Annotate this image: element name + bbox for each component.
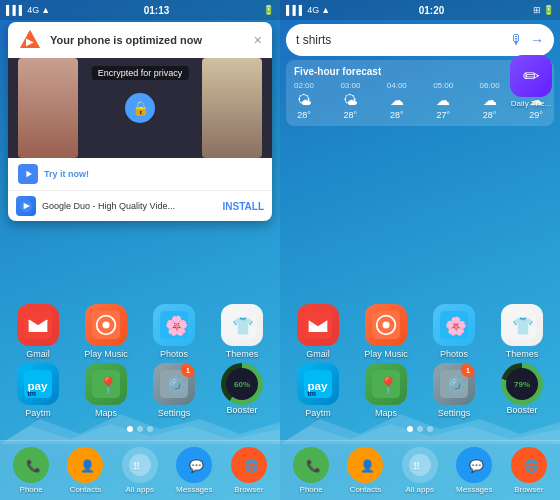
messages-dock-icon: 💬 xyxy=(176,447,212,483)
person-left xyxy=(18,58,78,158)
network-icon-r: 4G xyxy=(307,5,319,15)
right-booster-icon: 79% xyxy=(501,363,543,405)
left-dock-messages[interactable]: 💬 Messages xyxy=(176,447,212,494)
signal-icon: ▌▌▌ xyxy=(6,5,25,15)
contacts-dock-icon: 👤 xyxy=(67,447,103,483)
weather-icon-5: ☁ xyxy=(483,92,497,108)
svg-text:📍: 📍 xyxy=(98,375,119,396)
left-app-booster[interactable]: 60% Booster xyxy=(213,363,271,418)
right-app-paytm[interactable]: paytm Paytm xyxy=(289,363,347,418)
right-playmusic-icon xyxy=(365,304,407,346)
right-gmail-icon xyxy=(297,304,339,346)
booster-percent: 60% xyxy=(226,368,258,400)
weather-temp-5: 28° xyxy=(483,110,497,120)
right-messages-dock-label: Messages xyxy=(456,485,492,494)
network-icon: 4G xyxy=(27,5,39,15)
left-status-bar: ▌▌▌ 4G ▲ 01:13 🔋 xyxy=(0,0,280,20)
weather-slot-1: 02:00 🌤 28° xyxy=(294,81,314,120)
right-themes-label: Themes xyxy=(506,349,539,359)
maps-icon: 📍 xyxy=(85,363,127,405)
left-status-icons: ▌▌▌ 4G ▲ xyxy=(6,5,50,15)
right-app-booster[interactable]: 79% Booster xyxy=(493,363,551,418)
right-app-photos[interactable]: 🌸 Photos xyxy=(425,304,483,359)
svg-text:🌸: 🌸 xyxy=(445,315,467,337)
right-dock-allapps[interactable]: ⠿ All apps xyxy=(402,447,438,494)
svg-text:💬: 💬 xyxy=(469,458,484,473)
right-app-themes[interactable]: 👕 Themes xyxy=(493,304,551,359)
left-clock: 01:13 xyxy=(144,5,170,16)
right-dock-phone[interactable]: 📞 Phone xyxy=(293,447,329,494)
right-gmail-label: Gmail xyxy=(306,349,330,359)
left-app-maps[interactable]: 📍 Maps xyxy=(77,363,135,418)
left-app-gmail[interactable]: Gmail xyxy=(9,304,67,359)
right-dock-messages[interactable]: 💬 Messages xyxy=(456,447,492,494)
popup-header: ▶ Your phone is optimized now × xyxy=(8,22,272,58)
search-arrow-icon[interactable]: → xyxy=(530,32,544,48)
left-app-settings[interactable]: ⚙️ 1 Settings xyxy=(145,363,203,418)
right-browser-dock-icon: 🌐 xyxy=(511,447,547,483)
right-app-playmusic[interactable]: Play Music xyxy=(357,304,415,359)
left-dock-browser[interactable]: 🌐 Browser xyxy=(231,447,267,494)
svg-text:👤: 👤 xyxy=(360,458,375,473)
weather-icon-2: 🌤 xyxy=(343,92,357,108)
weather-temp-2: 28° xyxy=(344,110,358,120)
left-app-photos[interactable]: 🌸 Photos xyxy=(145,304,203,359)
photos-label: Photos xyxy=(160,349,188,359)
right-allapps-dock-label: All apps xyxy=(406,485,434,494)
right-app-settings[interactable]: ⚙️ 1 Settings xyxy=(425,363,483,418)
cast-icon: ⊞ xyxy=(533,5,541,15)
cleaner-logo-icon: ▶ xyxy=(18,28,42,52)
weather-time-1: 02:00 xyxy=(294,81,314,90)
svg-text:⠿: ⠿ xyxy=(412,461,419,472)
left-dock-phone[interactable]: 📞 Phone xyxy=(13,447,49,494)
right-app-gmail[interactable]: Gmail xyxy=(289,304,347,359)
svg-text:🌸: 🌸 xyxy=(165,314,188,337)
phone-dock-label: Phone xyxy=(20,485,43,494)
try-it-label[interactable]: Try it now! xyxy=(44,169,89,179)
left-app-row-2: paytm Paytm 📍 Maps ⚙️ 1 Settings 60% xyxy=(4,363,276,418)
right-allapps-dock-icon: ⠿ xyxy=(402,447,438,483)
popup-close-icon[interactable]: × xyxy=(254,32,262,48)
photos-icon: 🌸 xyxy=(153,304,195,346)
right-photos-icon: 🌸 xyxy=(433,304,475,346)
right-playmusic-label: Play Music xyxy=(364,349,408,359)
weather-temp-4: 27° xyxy=(436,110,450,120)
svg-point-10 xyxy=(103,322,110,329)
install-button[interactable]: INSTALL xyxy=(223,201,264,212)
browser-dock-label: Browser xyxy=(234,485,263,494)
right-dock-browser[interactable]: 🌐 Browser xyxy=(511,447,547,494)
daily-app-icon: ✏ xyxy=(510,55,552,97)
left-dock-allapps[interactable]: ⠿ All apps xyxy=(122,447,158,494)
gmail-label: Gmail xyxy=(26,349,50,359)
weather-slot-5: 06:00 ☁ 28° xyxy=(480,81,500,120)
left-app-grid: Gmail Play Music 🌸 Photos 👕 Themes xyxy=(0,304,280,422)
right-clock: 01:20 xyxy=(419,5,445,16)
right-app-row-2: paytm Paytm 📍 Maps ⚙️ 1 Settings 79% xyxy=(284,363,556,418)
right-dock: 📞 Phone 👤 Contacts ⠿ All apps 💬 Messages… xyxy=(280,440,560,500)
left-app-playmusic[interactable]: Play Music xyxy=(77,304,135,359)
right-status-right-icons: ⊞ 🔋 xyxy=(533,5,554,15)
signal-icon-r: ▌▌▌ xyxy=(286,5,305,15)
daily-app-label: Daily The... xyxy=(511,99,551,108)
right-daily-app[interactable]: ✏ Daily The... xyxy=(506,55,556,108)
right-app-maps[interactable]: 📍 Maps xyxy=(357,363,415,418)
right-phone-dock-icon: 📞 xyxy=(293,447,329,483)
left-app-paytm[interactable]: paytm Paytm xyxy=(9,363,67,418)
mic-icon[interactable]: 🎙 xyxy=(510,32,524,48)
svg-text:⠿: ⠿ xyxy=(132,461,139,472)
left-dock-contacts[interactable]: 👤 Contacts xyxy=(67,447,103,494)
right-dock-contacts[interactable]: 👤 Contacts xyxy=(347,447,383,494)
svg-text:📞: 📞 xyxy=(306,458,321,473)
weather-temp-3: 28° xyxy=(390,110,404,120)
right-status-bar: ▌▌▌ 4G ▲ 01:20 ⊞ 🔋 xyxy=(280,0,560,20)
svg-rect-7 xyxy=(24,311,52,339)
booster-icon: 60% xyxy=(221,363,263,405)
popup-footer: Google Duo - High Quality Vide... INSTAL… xyxy=(8,191,272,221)
left-app-themes[interactable]: 👕 Themes xyxy=(213,304,271,359)
weather-icon-4: ☁ xyxy=(436,92,450,108)
weather-icon-1: 🌤 xyxy=(297,92,311,108)
battery-icon: 🔋 xyxy=(263,5,274,15)
themes-icon: 👕 xyxy=(221,304,263,346)
wifi-icon-r: ▲ xyxy=(321,5,330,15)
right-search-bar[interactable]: t shirts 🎙 → xyxy=(286,24,554,56)
